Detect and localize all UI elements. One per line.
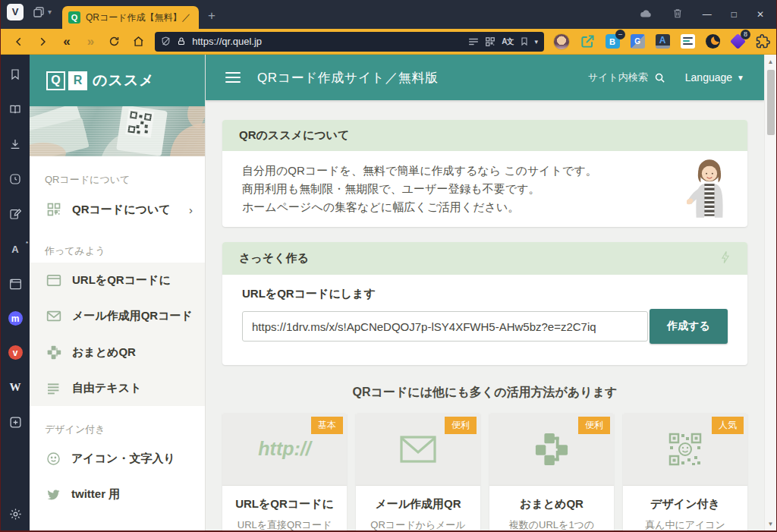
site-search-button[interactable]: サイト内検索 [588, 71, 665, 84]
mail-big-icon [398, 434, 438, 464]
reading-list-icon[interactable] [8, 102, 23, 117]
badge-handy-2: 便利 [578, 417, 610, 434]
woman-illustration [687, 157, 731, 218]
stack-icon [33, 6, 45, 18]
about-card-header: QRのススメについて [222, 120, 747, 151]
sidebar-item-about-qr[interactable]: QRコードについて › [30, 191, 205, 228]
hamburger-menu-icon[interactable] [225, 72, 241, 83]
sync-cloud-icon[interactable] [640, 8, 653, 21]
active-tab[interactable]: Q QRコード作成【無料】／QRの [62, 6, 199, 29]
twitter-bird-icon [46, 489, 61, 501]
b-extension-icon[interactable]: B – [605, 34, 620, 49]
windows-icon[interactable] [8, 276, 23, 291]
minimize-button[interactable]: — [703, 9, 712, 20]
sidebar-photo [30, 106, 205, 156]
scroll-down-arrow[interactable]: ▼ [768, 518, 774, 530]
qr-url-input[interactable] [242, 311, 648, 342]
badge-basic: 基本 [311, 417, 343, 434]
extensions-area: B – G A 8 [553, 33, 770, 50]
settings-gear-icon[interactable] [8, 506, 23, 521]
new-tab-button[interactable]: + [208, 8, 215, 24]
flowchart-icon [46, 345, 61, 360]
vivaldi-menu-button[interactable]: V [7, 4, 24, 20]
closed-tabs-trash-icon[interactable] [672, 8, 683, 22]
vimeo-icon[interactable]: v [8, 345, 23, 360]
wikipedia-icon[interactable]: W [8, 379, 23, 395]
logo-q-box: Q [46, 71, 65, 90]
vivaldi-panel-bar: A* m v W [1, 55, 30, 530]
sidebar-item-twitter[interactable]: twitter 用 [30, 477, 205, 512]
share-extension-icon[interactable] [580, 34, 595, 49]
lightning-icon [720, 250, 731, 266]
qr-code-generator-icon[interactable] [485, 36, 495, 47]
sidebar-item-url-to-qr[interactable]: URLをQRコードに [30, 263, 205, 298]
badge-popular: 人気 [712, 417, 744, 434]
page-content: QRのススメについて 自分用のQRコードを、無料で簡単に作成するなら このサイト… [206, 100, 764, 530]
notes-icon[interactable] [8, 206, 23, 222]
feature-card-matome[interactable]: 便利 おまとめQR 複数のURLを1つの [489, 413, 614, 530]
notes-extension-icon[interactable] [680, 34, 695, 49]
lock-icon[interactable] [177, 36, 186, 46]
feature-card-design[interactable]: 人気 デザイン付き 真ん中にアイコン [623, 413, 747, 530]
home-button[interactable] [127, 32, 151, 52]
address-bar[interactable]: https://qr.quel.jp A文 ▾ [155, 32, 544, 52]
shield-blocker-icon[interactable] [161, 36, 171, 46]
close-button[interactable]: ✕ [757, 9, 764, 20]
extensions-puzzle-icon[interactable] [755, 34, 770, 49]
rewind-button[interactable]: « [55, 32, 79, 52]
add-web-panel-icon[interactable] [8, 414, 23, 430]
maximize-button[interactable]: □ [731, 9, 737, 20]
about-line-2: 商用利用も無制限・無期限で、ユーザー登録も不要です。 [242, 180, 728, 198]
translate-icon[interactable]: A* [8, 241, 23, 257]
sidebar-item-icon-design[interactable]: アイコン・文字入り [30, 441, 205, 477]
tab-stack-button[interactable]: ▾ [33, 6, 52, 18]
stack-caret-icon: ▾ [48, 8, 52, 16]
sidebar-item-mail-qr[interactable]: メール作成用QRコード [30, 298, 205, 334]
fast-forward-icon: » [87, 35, 94, 48]
address-dropdown-caret[interactable]: ▾ [535, 38, 539, 46]
smiley-icon [46, 452, 61, 466]
tab-title: QRコード作成【無料】／QRの [86, 11, 190, 24]
site-sidebar: Q R のススメ [30, 55, 206, 530]
gem-extension-icon[interactable]: 8 [730, 34, 745, 49]
sidebar-item-matome-qr[interactable]: おまとめQR [30, 334, 205, 370]
scroll-up-arrow[interactable]: ▲ [768, 55, 774, 68]
b-extension-badge: – [615, 30, 625, 39]
url-text[interactable]: https://qr.quel.jp [192, 36, 462, 47]
language-dropdown[interactable]: Language ▼ [685, 71, 744, 83]
page-scrollbar[interactable]: ▲ ▼ [764, 55, 776, 530]
site-main: QRコード作成サイト／無料版 サイト内検索 Language ▼ [206, 55, 764, 530]
bookmark-page-icon[interactable] [520, 36, 529, 46]
tab-favicon: Q [68, 11, 80, 24]
site-logo[interactable]: Q R のススメ [30, 55, 205, 106]
logo-r-box: R [68, 71, 87, 90]
mastodon-icon[interactable]: m [8, 311, 23, 326]
reload-button[interactable] [102, 32, 127, 52]
create-qr-button[interactable]: 作成する [650, 309, 728, 344]
ime-extension-icon[interactable]: A [655, 34, 670, 49]
forward-icon [37, 36, 48, 47]
gem-extension-badge: 8 [741, 30, 750, 39]
bookmarks-icon[interactable] [8, 67, 23, 82]
quick-make-header: さっそく作る [222, 242, 747, 275]
badge-handy-1: 便利 [445, 417, 477, 434]
fast-forward-button[interactable]: » [79, 32, 103, 52]
scrollbar-thumb[interactable] [767, 70, 775, 135]
history-icon[interactable] [8, 172, 23, 187]
downloads-icon[interactable] [8, 137, 23, 152]
language-caret-icon: ▼ [737, 74, 744, 82]
sidebar-item-free-text[interactable]: 自由テキスト [30, 370, 205, 406]
site-header: QRコード作成サイト／無料版 サイト内検索 Language ▼ [206, 55, 764, 100]
profile-avatar[interactable] [553, 33, 570, 50]
translate-page-icon[interactable]: A文 [502, 36, 513, 47]
feature-card-mail[interactable]: 便利 メール作成用QR QRコードからメール [356, 413, 480, 530]
back-icon [14, 36, 24, 47]
forward-button[interactable] [31, 32, 55, 52]
feature-card-url[interactable]: http:// 基本 URLをQRコードに URLを直接QRコード [222, 413, 347, 530]
mail-icon [46, 310, 61, 322]
dark-mode-extension-icon[interactable] [705, 34, 720, 49]
reader-mode-icon[interactable] [468, 37, 479, 46]
translate-extension-icon[interactable]: G [630, 34, 645, 49]
back-button[interactable] [7, 32, 31, 52]
titlebar: V ▾ Q QRコード作成【無料】／QRの + — □ ✕ [1, 0, 776, 29]
